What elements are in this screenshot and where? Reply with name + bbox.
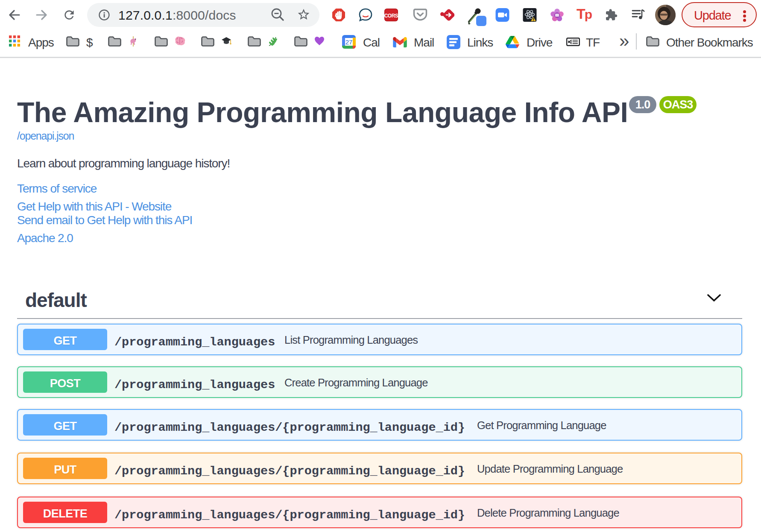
svg-text:CORS: CORS <box>384 13 398 19</box>
svg-text:27: 27 <box>345 38 353 46</box>
